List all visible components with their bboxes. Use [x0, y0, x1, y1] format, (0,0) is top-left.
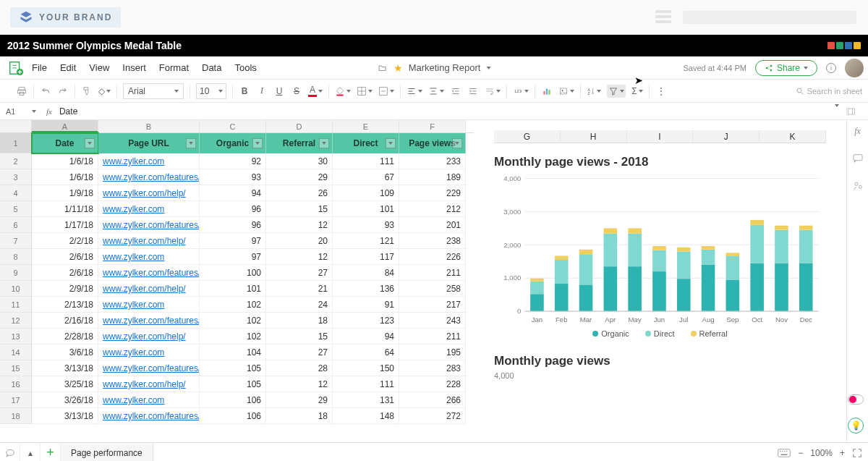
filter-dropdown-icon[interactable] — [186, 138, 196, 148]
hamburger-icon[interactable] — [655, 10, 671, 23]
table-row[interactable]: 143/6/18www.zylker.com1042764195 — [0, 344, 474, 360]
cell[interactable]: 217 — [399, 297, 466, 313]
cell[interactable]: 18 — [266, 313, 333, 329]
more-icon[interactable]: ⋮ — [655, 85, 667, 98]
row-header[interactable]: 14 — [0, 344, 32, 360]
cell[interactable]: 243 — [399, 313, 466, 329]
cell[interactable]: 201 — [399, 217, 466, 233]
chat-icon[interactable] — [0, 443, 20, 461]
zoom-in-button[interactable]: + — [840, 448, 845, 458]
merge-button[interactable] — [378, 85, 394, 98]
menu-tools[interactable]: Tools — [234, 62, 256, 73]
cell[interactable]: 105 — [200, 376, 266, 392]
fx-icon[interactable]: fx — [42, 107, 56, 116]
col-header[interactable]: D — [266, 120, 333, 132]
table-header-cell[interactable]: Date — [32, 133, 98, 153]
row-header[interactable]: 6 — [0, 217, 32, 233]
filter-dropdown-icon[interactable] — [452, 138, 462, 148]
cell[interactable]: www.zylker.com/help/ — [98, 185, 200, 201]
col-header[interactable]: E — [333, 120, 399, 132]
table-header-cell[interactable]: Direct — [333, 133, 399, 153]
row-header[interactable]: 7 — [0, 233, 32, 249]
row-header[interactable]: 13 — [0, 329, 32, 344]
table-row[interactable]: 92/6/18www.zylker.com/features/100278421… — [0, 265, 474, 281]
cell[interactable]: 111 — [333, 153, 399, 169]
cell[interactable]: 106 — [200, 392, 266, 408]
cell[interactable]: 12 — [266, 376, 333, 392]
cell[interactable]: 3/13/18 — [32, 408, 98, 424]
cell[interactable]: 189 — [399, 169, 466, 185]
table-row[interactable]: 112/13/18www.zylker.com1022491217 — [0, 297, 474, 313]
cell[interactable]: 2/16/18 — [32, 313, 98, 329]
table-row[interactable]: 183/13/18www.zylker.com/features/1061814… — [0, 408, 474, 424]
row-header[interactable]: 2 — [0, 153, 32, 169]
record-toggle[interactable] — [848, 394, 864, 405]
cell[interactable]: 12 — [266, 217, 333, 233]
cell[interactable]: 27 — [266, 344, 333, 360]
filter-dropdown-icon[interactable] — [319, 138, 329, 148]
table-header-cell[interactable]: Organic — [200, 133, 266, 153]
cell[interactable]: 111 — [333, 376, 399, 392]
italic-button[interactable]: I — [256, 85, 268, 98]
cell[interactable]: 26 — [266, 185, 333, 201]
col-header[interactable]: J — [693, 130, 760, 143]
cell[interactable]: 2/6/18 — [32, 249, 98, 265]
cell[interactable]: 211 — [399, 329, 466, 344]
text-color-button[interactable]: A — [308, 85, 323, 98]
cell[interactable]: 102 — [200, 297, 266, 313]
fx-panel-icon[interactable]: fx — [854, 126, 861, 137]
cell[interactable]: 92 — [200, 153, 266, 169]
col-header[interactable]: G — [494, 130, 561, 143]
borders-button[interactable] — [357, 85, 373, 98]
row-header[interactable]: 17 — [0, 392, 32, 408]
zoom-out-button[interactable]: − — [798, 448, 803, 458]
cell[interactable]: 1/11/18 — [32, 201, 98, 217]
cell[interactable]: 123 — [333, 313, 399, 329]
table-row[interactable]: 61/17/18www.zylker.com/features/96129320… — [0, 217, 474, 233]
cell[interactable]: www.zylker.com/features/ — [98, 169, 200, 185]
menu-format[interactable]: Format — [159, 62, 189, 73]
cell[interactable]: 1/6/18 — [32, 153, 98, 169]
wrap-button[interactable] — [485, 85, 501, 98]
keyboard-icon[interactable] — [778, 449, 791, 457]
cell[interactable]: 1/17/18 — [32, 217, 98, 233]
cell[interactable]: 2/13/18 — [32, 297, 98, 313]
cell[interactable]: 104 — [200, 344, 266, 360]
row-header[interactable]: 3 — [0, 169, 32, 185]
underline-button[interactable]: U — [273, 85, 285, 98]
cell[interactable]: 283 — [399, 360, 466, 376]
row-header[interactable]: 1 — [0, 133, 32, 153]
cell[interactable]: 150 — [333, 360, 399, 376]
cell[interactable]: 102 — [200, 329, 266, 344]
bold-button[interactable]: B — [239, 85, 250, 98]
col-header[interactable]: H — [561, 130, 627, 143]
doc-breadcrumb[interactable]: ★ Marketing Report — [378, 62, 491, 74]
sort-button[interactable]: AZ — [587, 85, 601, 98]
cell[interactable]: 131 — [333, 392, 399, 408]
row-header[interactable]: 4 — [0, 185, 32, 201]
formula-input[interactable]: Date — [56, 106, 827, 117]
cell[interactable]: 229 — [399, 185, 466, 201]
cell[interactable]: 21 — [266, 281, 333, 297]
cell[interactable]: 195 — [399, 344, 466, 360]
cell[interactable]: www.zylker.com — [98, 153, 200, 169]
share-panel-icon[interactable] — [852, 180, 864, 192]
table-row[interactable]: 82/6/18www.zylker.com9712117226 — [0, 249, 474, 265]
cell[interactable]: 96 — [200, 217, 266, 233]
cell[interactable]: www.zylker.com/help/ — [98, 329, 200, 344]
cell[interactable]: www.zylker.com/help/ — [98, 281, 200, 297]
table-row[interactable]: 122/16/18www.zylker.com/features/1021812… — [0, 313, 474, 329]
cell[interactable]: www.zylker.com/features/ — [98, 265, 200, 281]
spreadsheet-grid[interactable]: ABCDEF 1DatePage URLOrganicReferralDirec… — [0, 120, 474, 442]
comments-panel-icon[interactable] — [852, 153, 864, 164]
menu-view[interactable]: View — [89, 62, 109, 73]
undo-icon[interactable] — [40, 85, 51, 98]
row-header[interactable]: 10 — [0, 281, 32, 297]
chart-icon[interactable] — [541, 85, 553, 98]
cell[interactable]: 266 — [399, 392, 466, 408]
halign-button[interactable] — [407, 85, 422, 98]
col-header[interactable]: K — [760, 130, 826, 143]
indent-dec-button[interactable] — [450, 85, 461, 98]
cell[interactable]: 148 — [333, 408, 399, 424]
filter-dropdown-icon[interactable] — [386, 138, 396, 148]
